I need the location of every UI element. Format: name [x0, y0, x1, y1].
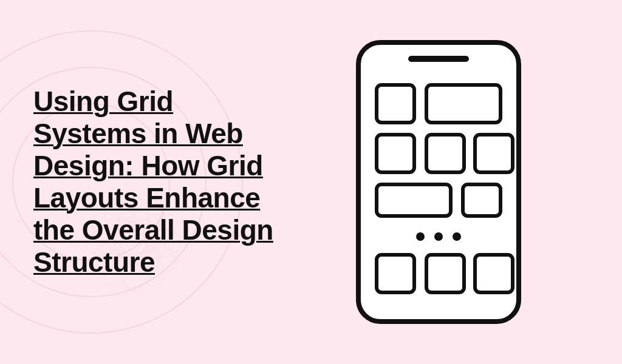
content-wrapper: Using Grid Systems in Web Design: How Gr…	[0, 0, 622, 364]
svg-point-23	[416, 232, 425, 241]
svg-point-25	[453, 232, 461, 241]
phone-illustration-section	[304, 36, 574, 328]
text-section: Using Grid Systems in Web Design: How Gr…	[33, 86, 276, 278]
phone-illustration	[347, 36, 530, 328]
main-title: Using Grid Systems in Web Design: How Gr…	[33, 86, 276, 278]
svg-point-24	[434, 232, 443, 241]
svg-rect-15	[408, 56, 469, 62]
